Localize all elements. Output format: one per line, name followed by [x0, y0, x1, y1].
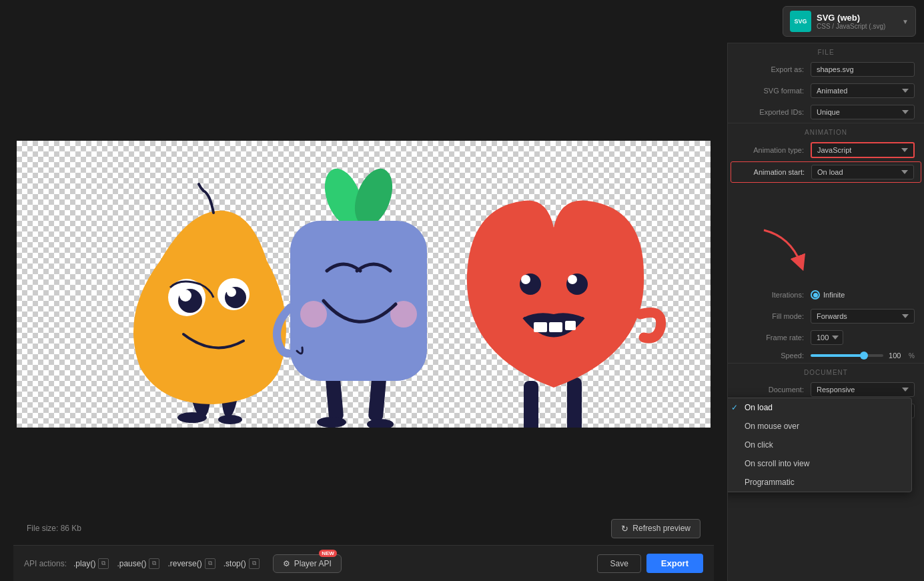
refresh-preview-button[interactable]: ↻ Refresh preview — [611, 519, 701, 538]
svg-point-28 — [568, 275, 577, 284]
export-as-row: Export as: — [728, 59, 924, 80]
copy-reverse-icon[interactable]: ⧉ — [205, 558, 215, 569]
speed-row: Speed: 100 % — [728, 348, 924, 363]
iterations-row: Iterations: Infinite — [728, 284, 924, 306]
pause-text: .pause() — [117, 559, 146, 568]
new-badge: NEW — [319, 550, 337, 557]
svg-rect-31 — [565, 321, 576, 330]
document-section-label: Document — [728, 363, 924, 379]
radio-dot — [813, 293, 818, 298]
api-actions-label: API actions: — [24, 559, 67, 568]
animation-type-label: Animation type: — [737, 146, 811, 154]
frame-rate-select[interactable]: 100 60 30 24 — [811, 330, 843, 345]
canvas-bg — [17, 141, 711, 428]
animation-start-dropdown[interactable]: ✓ On load On mouse over On click On scro… — [727, 398, 912, 492]
copy-stop-icon[interactable]: ⧉ — [249, 558, 260, 569]
svg-format-label: SVG format: — [737, 87, 811, 95]
svg-point-11 — [225, 287, 230, 292]
document-label: Document: — [737, 386, 811, 394]
svg-rect-22 — [567, 378, 582, 428]
stop-text: .stop() — [223, 559, 246, 568]
fill-mode-label: Fill mode: — [737, 312, 811, 320]
format-title: SVG (web) — [817, 13, 897, 23]
speed-thumb[interactable] — [860, 352, 868, 360]
check-icon: ✓ — [731, 403, 741, 412]
file-section-label: File — [728, 43, 924, 59]
animation-canvas — [17, 141, 711, 428]
iterations-label: Iterations: — [737, 291, 811, 299]
pause-action[interactable]: .pause() ⧉ — [117, 558, 159, 569]
bottom-bar: File size: 86 Kb ↻ Refresh preview — [13, 512, 714, 545]
fill-mode-row: Fill mode: Forwards Backwards Both None — [728, 306, 924, 327]
fill-mode-select[interactable]: Forwards Backwards Both None — [811, 309, 915, 324]
play-text: .play() — [73, 559, 95, 568]
animation-start-select[interactable]: On load On mouse over On click On scroll… — [811, 165, 914, 179]
infinite-radio[interactable]: Infinite — [811, 290, 845, 300]
canvas-wrapper — [13, 56, 714, 512]
top-bar: SVG SVG (web) CSS / JavaScript (.svg) ▼ — [0, 0, 924, 43]
frame-rate-row: Frame rate: 100 60 30 24 — [728, 327, 924, 348]
animation-start-row: Animation start: On load On mouse over O… — [731, 161, 921, 183]
copy-play-icon[interactable]: ⧉ — [98, 558, 109, 569]
speed-value: 100 — [889, 352, 909, 360]
save-button[interactable]: Save — [597, 554, 640, 573]
stop-action[interactable]: .stop() ⧉ — [223, 558, 260, 569]
exported-ids-label: Exported IDs: — [737, 108, 811, 116]
export-as-input[interactable] — [811, 62, 915, 77]
animation-type-select[interactable]: JavaScript CSS SMIL — [811, 142, 915, 158]
dropdown-item-on-click[interactable]: On click — [727, 436, 911, 454]
svg-point-10 — [178, 289, 185, 296]
svg-point-16 — [317, 417, 346, 428]
canvas-area: File size: 86 Kb ↻ Refresh preview API a… — [0, 43, 727, 581]
exported-ids-row: Exported IDs: Unique Descriptive — [728, 101, 924, 123]
radio-circle — [811, 290, 820, 300]
svg-format-row: SVG format: Animated Still — [728, 80, 924, 101]
format-subtitle: CSS / JavaScript (.svg) — [817, 23, 897, 30]
svg-point-19 — [300, 301, 327, 328]
infinite-label: Infinite — [823, 291, 845, 299]
file-size: File size: 86 Kb — [27, 524, 81, 533]
export-as-label: Export as: — [737, 65, 811, 73]
format-selector[interactable]: SVG SVG (web) CSS / JavaScript (.svg) ▼ — [783, 6, 916, 37]
document-select[interactable]: Responsive Fixed — [811, 382, 915, 397]
animation-type-row: Animation type: JavaScript CSS SMIL — [728, 139, 924, 161]
animation-start-label: Animation start: — [738, 168, 811, 176]
dropdown-item-on-scroll[interactable]: On scroll into view — [727, 454, 911, 473]
speed-label: Speed: — [737, 352, 811, 360]
svg-icon: SVG — [790, 11, 811, 32]
svg-rect-29 — [534, 322, 547, 332]
svg-rect-30 — [549, 322, 562, 332]
frame-rate-wrap: 100 60 30 24 — [811, 330, 843, 345]
right-panel: File Export as: SVG format: Animated Sti… — [727, 43, 924, 581]
exported-ids-select[interactable]: Unique Descriptive — [811, 105, 915, 119]
svg-point-27 — [521, 275, 530, 284]
api-bar: API actions: .play() ⧉ .pause() ⧉ .rever… — [13, 545, 714, 581]
export-button[interactable]: Export — [646, 554, 703, 573]
speed-slider[interactable] — [811, 354, 883, 357]
copy-pause-icon[interactable]: ⧉ — [149, 558, 159, 569]
dropdown-item-on-mouse-over[interactable]: On mouse over — [727, 417, 911, 436]
svg-rect-18 — [290, 221, 427, 381]
svg-format-select[interactable]: Animated Still — [811, 83, 915, 98]
svg-point-3 — [218, 415, 242, 424]
chevron-down-icon: ▼ — [902, 18, 909, 25]
annotation-arrow-svg — [757, 223, 811, 277]
format-text: SVG (web) CSS / JavaScript (.svg) — [817, 13, 897, 30]
svg-point-2 — [177, 412, 207, 423]
refresh-icon: ↻ — [621, 524, 628, 534]
dropdown-item-on-load[interactable]: ✓ On load — [727, 398, 911, 417]
speed-unit: % — [909, 352, 915, 360]
reverse-action[interactable]: .reverse() ⧉ — [167, 558, 215, 569]
dropdown-item-programmatic[interactable]: Programmatic — [727, 473, 911, 492]
reverse-text: .reverse() — [167, 559, 201, 568]
main-content: File size: 86 Kb ↻ Refresh preview API a… — [0, 43, 924, 581]
player-api-button[interactable]: NEW ⚙ Player API — [273, 554, 342, 573]
svg-rect-21 — [524, 381, 538, 428]
svg-point-17 — [367, 419, 394, 428]
frame-rate-label: Frame rate: — [737, 334, 811, 342]
animation-section-label: Animation — [728, 123, 924, 139]
gear-icon: ⚙ — [283, 559, 290, 568]
play-action[interactable]: .play() ⧉ — [73, 558, 109, 569]
save-export-bar: Save Export — [597, 554, 703, 573]
